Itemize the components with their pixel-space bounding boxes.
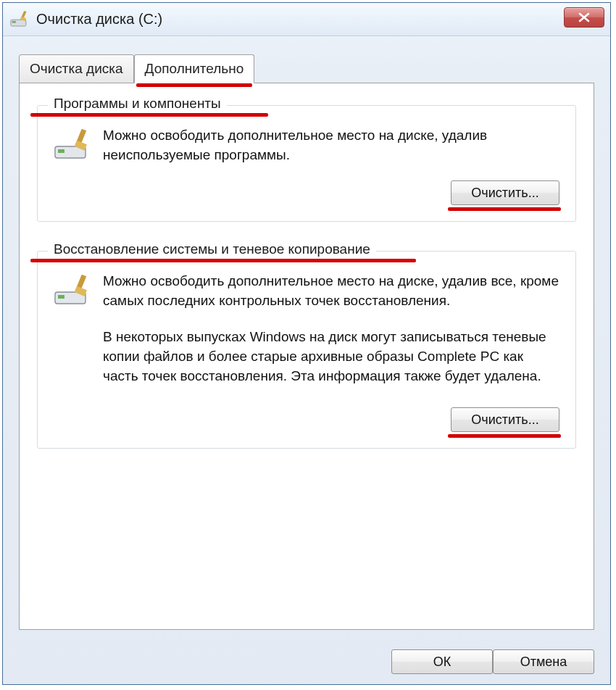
group-legend: Программы и компоненты — [48, 96, 227, 112]
cleanup-restore-button[interactable]: Очистить... — [451, 407, 559, 432]
disk-cleanup-icon — [54, 129, 93, 161]
group-text-wrap: Можно освободить дополнительное место на… — [103, 272, 559, 386]
dialog-footer: ОК Отмена — [19, 649, 594, 674]
group-body: Можно освободить дополнительное место на… — [54, 126, 559, 165]
dialog-window: Очистка диска (C:) Очистка диска Дополни… — [2, 2, 611, 685]
tab-strip: Очистка диска Дополнительно — [19, 54, 610, 83]
highlight-underline — [448, 434, 561, 438]
cleanup-programs-button[interactable]: Очистить... — [451, 180, 559, 205]
highlight-underline — [30, 113, 268, 117]
disk-cleanup-icon — [10, 11, 30, 28]
button-label: Очистить... — [471, 186, 538, 201]
button-label: Очистить... — [471, 412, 538, 428]
svg-rect-5 — [58, 149, 64, 153]
highlight-underline — [448, 207, 561, 211]
close-icon — [578, 12, 591, 22]
button-row: Очистить... — [54, 407, 559, 432]
tab-label: Очистка диска — [30, 61, 123, 77]
close-button[interactable] — [564, 7, 604, 28]
svg-rect-9 — [58, 295, 64, 299]
tab-label: Дополнительно — [145, 61, 244, 77]
button-label: Отмена — [520, 654, 567, 670]
button-row: Очистить... — [54, 180, 559, 205]
group-system-restore: Восстановление системы и теневое копиров… — [37, 251, 576, 449]
svg-rect-1 — [12, 21, 16, 23]
group-legend: Восстановление системы и теневое копиров… — [48, 241, 376, 257]
group-text: Можно освободить дополнительное место на… — [103, 126, 559, 165]
cancel-button[interactable]: Отмена — [493, 649, 594, 674]
tab-disk-cleanup[interactable]: Очистка диска — [19, 54, 134, 83]
group-body: Можно освободить дополнительное место на… — [54, 272, 559, 386]
tab-content: Программы и компоненты Можно освободить … — [19, 83, 594, 630]
group-programs: Программы и компоненты Можно освободить … — [37, 105, 576, 222]
group-text: Можно освободить дополнительное место на… — [103, 272, 559, 310]
titlebar: Очистка диска (C:) — [3, 3, 610, 36]
spacer — [103, 310, 559, 328]
tab-more-options[interactable]: Дополнительно — [134, 54, 255, 83]
disk-cleanup-icon — [54, 275, 93, 307]
window-title: Очистка диска (C:) — [36, 11, 162, 28]
ok-button[interactable]: ОК — [391, 649, 493, 674]
highlight-underline — [30, 259, 416, 262]
button-label: ОК — [433, 654, 451, 670]
group-text: В некоторых выпусках Windows на диск мог… — [103, 328, 559, 386]
